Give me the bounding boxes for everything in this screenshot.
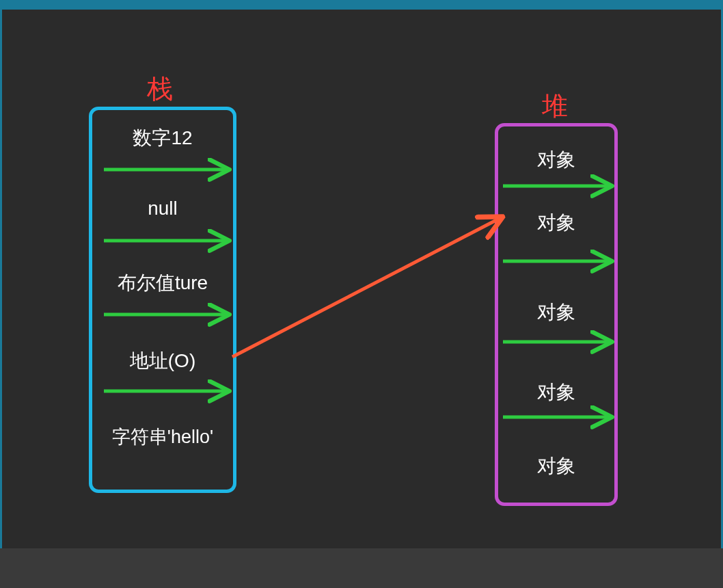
stack-item: 地址(O) xyxy=(92,348,233,374)
stack-item: 布尔值ture xyxy=(92,270,233,296)
heap-item: 对象 xyxy=(498,147,614,173)
heap-item: 对象 xyxy=(498,379,614,405)
bottom-panel xyxy=(0,548,723,588)
diagram-content: 栈 堆 数字12 null 布尔值ture 地址(O) 字符串'hello' 对… xyxy=(0,0,723,588)
heap-item: 对象 xyxy=(498,299,614,325)
heap-title: 堆 xyxy=(542,89,568,124)
heap-item: 对象 xyxy=(498,453,614,479)
stack-item: 数字12 xyxy=(92,125,233,151)
stack-box: 数字12 null 布尔值ture 地址(O) 字符串'hello' xyxy=(89,107,236,493)
stack-item: null xyxy=(92,198,233,219)
pointer-arrow-icon xyxy=(232,219,499,357)
heap-item: 对象 xyxy=(498,210,614,236)
stack-item: 字符串'hello' xyxy=(92,425,233,449)
heap-box: 对象 对象 对象 对象 对象 xyxy=(495,123,618,506)
stack-title: 栈 xyxy=(147,72,173,107)
